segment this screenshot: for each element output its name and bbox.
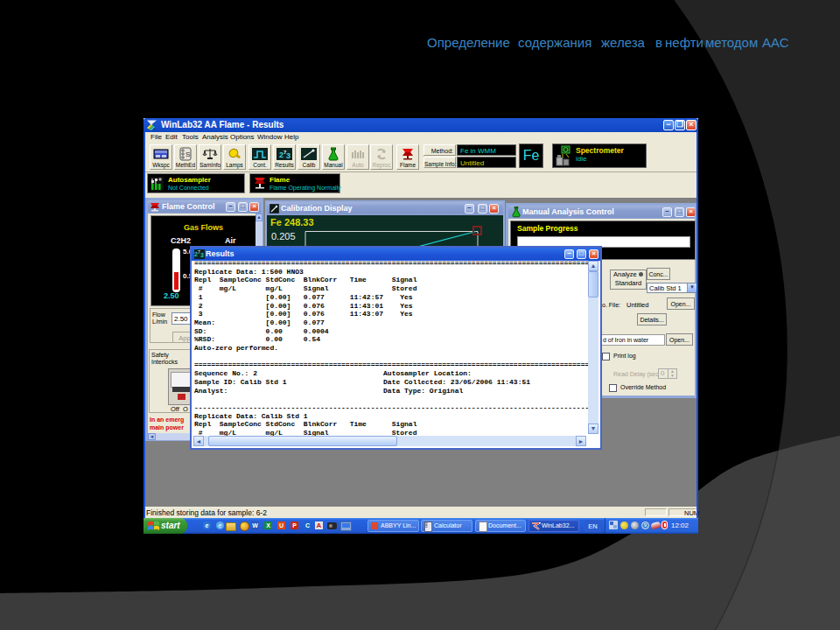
svg-text:3: 3: [286, 151, 290, 160]
svg-text:S: S: [186, 150, 190, 158]
svg-text:3: 3: [200, 252, 204, 258]
